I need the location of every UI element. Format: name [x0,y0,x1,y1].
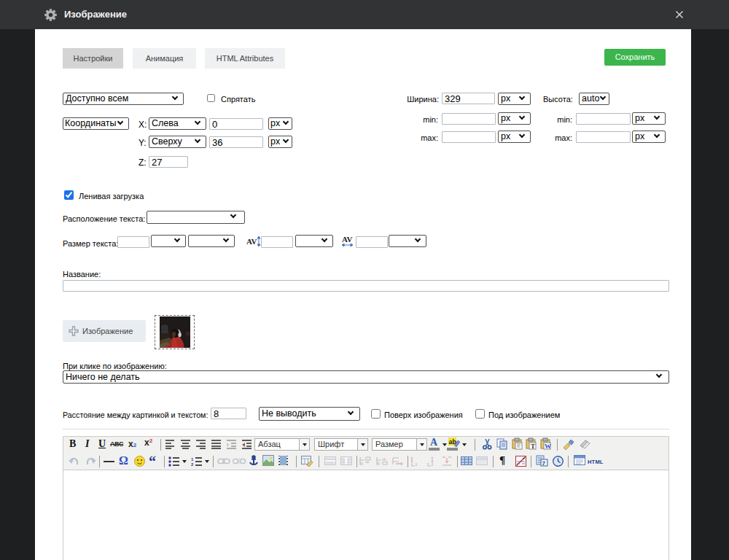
svg-text:2: 2 [191,462,194,467]
svg-text:W: W [545,443,551,450]
svg-text:7: 7 [542,460,546,467]
svg-text:T: T [531,443,535,450]
svg-text:1: 1 [191,457,194,462]
